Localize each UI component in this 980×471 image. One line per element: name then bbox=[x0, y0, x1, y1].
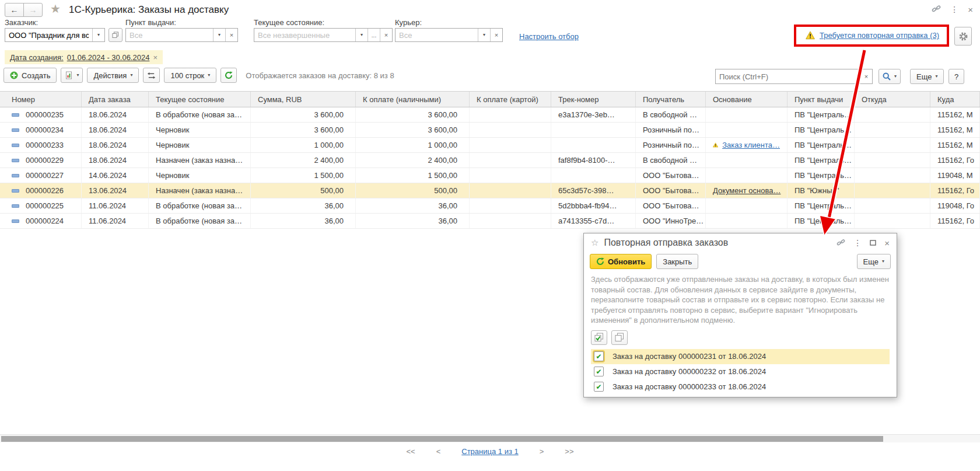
window-close-icon[interactable]: × bbox=[968, 5, 973, 14]
dialog-maximize-icon[interactable] bbox=[870, 239, 876, 247]
column-header-cash[interactable]: К оплате (наличными) bbox=[356, 92, 470, 107]
cell-date: 18.06.2024 bbox=[82, 107, 149, 122]
dialog-close-icon[interactable]: × bbox=[884, 239, 890, 247]
column-header-recipient[interactable]: Получатель bbox=[636, 92, 706, 107]
customer-dropdown-icon[interactable]: ▾ bbox=[92, 29, 104, 41]
basis-link[interactable]: Заказ клиента… bbox=[722, 141, 780, 149]
gear-icon bbox=[958, 32, 968, 41]
favorite-star-icon[interactable]: ★ bbox=[50, 2, 61, 16]
next-page-button[interactable]: > bbox=[540, 447, 544, 456]
dialog-title: Повторная отправка заказов bbox=[604, 238, 831, 248]
cell-card bbox=[470, 198, 551, 213]
actions-button[interactable]: Действия ▾ bbox=[87, 68, 139, 83]
table-row-000000229[interactable]: 00000022918.06.2024Назначен (заказ назна… bbox=[0, 153, 980, 168]
column-header-sum[interactable]: Сумма, RUB bbox=[251, 92, 356, 107]
column-header-pickup[interactable]: Пункт выдачи bbox=[788, 92, 855, 107]
search-input[interactable] bbox=[716, 69, 860, 83]
table-row-000000233[interactable]: 00000023318.06.2024Черновик1 000,001 000… bbox=[0, 138, 980, 153]
order-number: 000000235 bbox=[26, 110, 64, 119]
basis-link[interactable]: Документ основа… bbox=[713, 186, 780, 195]
dialog-favorite-star-icon[interactable]: ☆ bbox=[591, 238, 598, 248]
kebab-menu-icon[interactable]: ⋮ bbox=[950, 5, 958, 13]
horizontal-scrollbar-thumb[interactable] bbox=[1, 436, 883, 442]
courier-dropdown-icon[interactable]: ▾ bbox=[478, 29, 490, 41]
rows-per-page-label: 100 строк bbox=[170, 71, 204, 80]
cell-recipient: Розничный по… bbox=[636, 123, 706, 137]
table-row-000000234[interactable]: 00000023418.06.2024Черновик3 600,003 600… bbox=[0, 123, 980, 138]
date-filter-value[interactable]: 01.06.2024 - 30.06.2024 bbox=[67, 53, 150, 62]
courier-clear-icon[interactable]: × bbox=[490, 29, 502, 41]
help-button[interactable]: ? bbox=[949, 69, 964, 84]
pickup-input[interactable] bbox=[126, 29, 213, 41]
column-header-state[interactable]: Текущее состояние bbox=[149, 92, 251, 107]
search-button[interactable]: ▾ bbox=[878, 69, 901, 84]
get-link-icon[interactable] bbox=[932, 5, 941, 14]
cell-basis bbox=[706, 107, 788, 122]
date-filter-remove-icon[interactable]: × bbox=[153, 53, 158, 62]
dialog-close-button[interactable]: Закрыть bbox=[656, 254, 698, 269]
report-button[interactable]: ▾ bbox=[61, 68, 83, 83]
chevron-down-icon: ▾ bbox=[483, 33, 485, 37]
rows-per-page-button[interactable]: 100 строк ▾ bbox=[164, 68, 216, 83]
prev-page-button[interactable]: < bbox=[436, 447, 441, 456]
refresh-button[interactable] bbox=[220, 68, 237, 83]
cell-date: 14.06.2024 bbox=[82, 168, 149, 183]
table-row-000000225[interactable]: 00000022511.06.2024В обработке (новая за… bbox=[0, 198, 980, 214]
state-dropdown-icon[interactable]: ▾ bbox=[355, 29, 368, 41]
table-row-000000235[interactable]: 00000023518.06.2024В обработке (новая за… bbox=[0, 107, 980, 123]
table-row-000000224[interactable]: 00000022411.06.2024В обработке (новая за… bbox=[0, 214, 980, 229]
state-clear-icon[interactable]: × bbox=[380, 29, 392, 41]
configure-filter-link[interactable]: Настроить отбор bbox=[519, 32, 579, 41]
checkbox-checked-icon[interactable]: ✔ bbox=[594, 351, 604, 361]
last-page-button[interactable]: >> bbox=[565, 447, 573, 456]
reorder-button[interactable] bbox=[143, 68, 160, 83]
cell-from bbox=[855, 214, 930, 228]
back-button[interactable]: ← bbox=[5, 3, 24, 17]
select-all-button[interactable] bbox=[591, 330, 607, 345]
courier-input[interactable] bbox=[396, 29, 478, 41]
pickup-dropdown-icon[interactable]: ▾ bbox=[213, 29, 225, 41]
column-header-from[interactable]: Откуда bbox=[855, 92, 930, 107]
customer-open-button[interactable] bbox=[108, 28, 123, 42]
column-header-date[interactable]: Дата заказа bbox=[82, 92, 149, 107]
dialog-order-item[interactable]: ✔Заказ на доставку 000000231 от 18.06.20… bbox=[591, 349, 890, 364]
resend-required-link[interactable]: Требуется повторная отправка (3) bbox=[820, 31, 939, 40]
table-row-000000226[interactable]: 00000022613.06.2024Назначен (заказ назна… bbox=[0, 183, 980, 198]
forward-arrow-icon: → bbox=[29, 5, 37, 15]
cell-date: 11.06.2024 bbox=[82, 198, 149, 213]
clear-selection-button[interactable] bbox=[611, 330, 628, 345]
column-header-to[interactable]: Куда bbox=[930, 92, 980, 107]
dialog-order-item[interactable]: ✔Заказ на доставку 000000233 от 18.06.20… bbox=[591, 379, 890, 395]
state-input[interactable] bbox=[254, 29, 355, 41]
cell-date: 11.06.2024 bbox=[82, 214, 149, 228]
date-filter-label[interactable]: Дата создания: bbox=[10, 53, 64, 62]
column-header-track[interactable]: Трек-номер bbox=[551, 92, 636, 107]
first-page-button[interactable]: << bbox=[407, 447, 415, 456]
table-row-000000227[interactable]: 00000022714.06.2024Черновик1 500,001 500… bbox=[0, 168, 980, 183]
checkbox-checked-icon[interactable]: ✔ bbox=[594, 382, 604, 392]
checkbox-checked-icon[interactable]: ✔ bbox=[594, 367, 604, 376]
column-header-number[interactable]: Номер bbox=[0, 92, 82, 107]
forward-button[interactable]: → bbox=[23, 3, 43, 17]
dialog-get-link-icon[interactable] bbox=[836, 239, 845, 247]
column-header-card[interactable]: К оплате (картой) bbox=[470, 92, 551, 107]
create-button[interactable]: Создать bbox=[4, 68, 57, 83]
more-button[interactable]: Еще ▾ bbox=[910, 69, 944, 84]
column-header-basis[interactable]: Основание bbox=[706, 92, 788, 107]
settings-gear-button[interactable] bbox=[954, 27, 972, 46]
cell-basis bbox=[706, 153, 788, 168]
pickup-field: ▾ × bbox=[125, 28, 238, 42]
customer-input[interactable] bbox=[5, 29, 92, 41]
pickup-clear-icon[interactable]: × bbox=[225, 29, 237, 41]
dialog-kebab-menu-icon[interactable]: ⋮ bbox=[853, 239, 862, 247]
dialog-order-item[interactable]: ✔Заказ на доставку 000000232 от 18.06.20… bbox=[591, 364, 890, 379]
dialog-refresh-button[interactable]: Обновить bbox=[590, 254, 652, 269]
state-ellipsis-icon[interactable]: ... bbox=[368, 29, 380, 41]
resend-required-notice: Требуется повторная отправка (3) bbox=[806, 31, 939, 40]
horizontal-scrollbar[interactable] bbox=[0, 434, 980, 442]
dialog-more-button[interactable]: Еще ▾ bbox=[857, 254, 891, 269]
cell-track: e3a1370e-3eb… bbox=[551, 107, 636, 122]
search-clear-icon[interactable]: × bbox=[860, 69, 872, 83]
cell-state: В обработке (новая за… bbox=[149, 214, 251, 228]
page-indicator-link[interactable]: Страница 1 из 1 bbox=[461, 447, 518, 456]
